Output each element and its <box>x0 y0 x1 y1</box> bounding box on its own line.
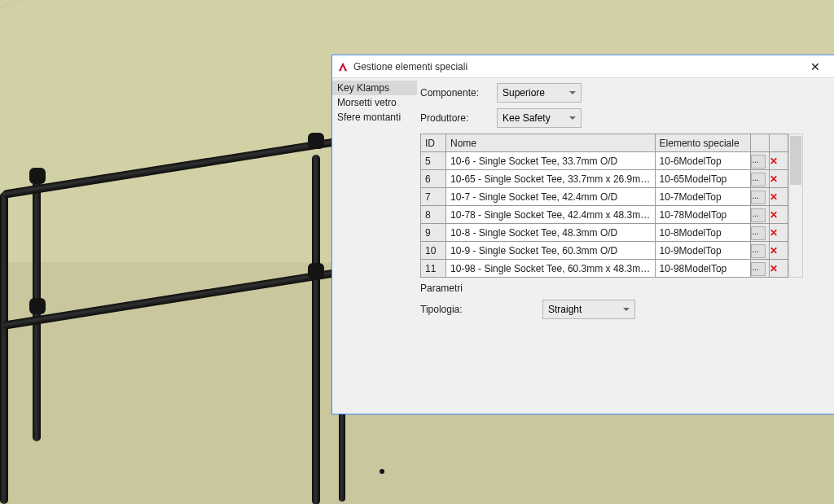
edit-button[interactable]: ... <box>751 244 766 258</box>
dialog-body: Componente: Superiore Produttore: Kee Sa… <box>420 77 830 409</box>
delete-button[interactable]: ✕ <box>770 227 778 239</box>
pipe-joint <box>29 168 46 184</box>
pipe-joint <box>29 298 46 314</box>
parametri-label: Parametri <box>420 283 830 294</box>
pipe-vertical <box>312 155 320 504</box>
table-row[interactable]: 8 10-78 - Single Socket Tee, 42.4mm x 48… <box>421 206 788 224</box>
table-row[interactable]: 11 10-98 - Single Socket Tee, 60.3mm x 4… <box>421 260 788 278</box>
sidebar-item-key-klamps[interactable]: Key Klamps <box>332 81 417 95</box>
table-scrollbar[interactable] <box>788 134 803 278</box>
table-row[interactable]: 5 10-6 - Single Socket Tee, 33.7mm O/D 1… <box>421 152 788 170</box>
pipe-joint <box>308 263 324 279</box>
elements-table: ID Nome Elemento speciale 5 10-6 - Singl… <box>420 134 788 278</box>
dialog-gestione-elementi: Gestione elementi speciali ✕ Key Klamps … <box>331 55 834 414</box>
col-elem[interactable]: Elemento speciale <box>655 134 751 152</box>
produttore-label: Produttore: <box>420 112 497 124</box>
edit-button[interactable]: ... <box>751 155 766 169</box>
produttore-value: Kee Safety <box>503 112 551 124</box>
pipe-vertical <box>0 192 8 504</box>
sidebar-item-sfere-montanti[interactable]: Sfere montanti <box>332 110 417 125</box>
col-id[interactable]: ID <box>421 134 446 152</box>
delete-button[interactable]: ✕ <box>770 245 778 256</box>
componente-label: Componente: <box>420 87 497 99</box>
edit-button[interactable]: ... <box>751 191 766 204</box>
col-delete <box>770 134 788 152</box>
edit-button[interactable]: ... <box>751 208 766 222</box>
close-icon[interactable]: ✕ <box>799 56 832 77</box>
delete-button[interactable]: ✕ <box>770 191 778 203</box>
table-row[interactable]: 6 10-65 - Single Socket Tee, 33.7mm x 26… <box>421 170 788 188</box>
edit-button[interactable]: ... <box>751 173 766 186</box>
table-row[interactable]: 9 10-8 - Single Socket Tee, 48.3mm O/D 1… <box>421 224 788 242</box>
endpoint-marker <box>380 469 384 474</box>
table-row[interactable]: 10 10-9 - Single Socket Tee, 60.3mm O/D … <box>421 242 788 260</box>
tipologia-label: Tipologia: <box>420 304 542 315</box>
delete-button[interactable]: ✕ <box>770 209 778 221</box>
delete-button[interactable]: ✕ <box>770 263 778 274</box>
pipe-mid-rail <box>2 268 340 330</box>
edit-button[interactable]: ... <box>751 262 766 276</box>
componente-dropdown[interactable]: Superiore <box>497 83 582 103</box>
svg-marker-0 <box>339 62 348 71</box>
edit-button[interactable]: ... <box>751 226 766 240</box>
pipe-joint <box>308 133 324 149</box>
dialog-title: Gestione elementi speciali <box>353 61 467 72</box>
col-nome[interactable]: Nome <box>446 134 656 152</box>
elements-table-wrap: ID Nome Elemento speciale 5 10-6 - Singl… <box>420 134 830 278</box>
scrollbar-thumb[interactable] <box>790 136 801 185</box>
delete-button[interactable]: ✕ <box>770 173 778 185</box>
sidebar-item-morsetti-vetro[interactable]: Morsetti vetro <box>332 95 417 110</box>
delete-button[interactable]: ✕ <box>770 156 778 167</box>
tipologia-value: Straight <box>548 304 582 315</box>
table-row[interactable]: 7 10-7 - Single Socket Tee, 42.4mm O/D 1… <box>421 188 788 206</box>
category-list: Key Klamps Morsetti vetro Sfere montanti <box>332 77 417 125</box>
tipologia-dropdown[interactable]: Straight <box>542 300 635 319</box>
componente-value: Superiore <box>503 87 545 99</box>
produttore-dropdown[interactable]: Kee Safety <box>497 108 582 128</box>
col-edit <box>751 134 770 152</box>
pipe-top-rail <box>2 137 340 199</box>
dialog-titlebar[interactable]: Gestione elementi speciali ✕ <box>331 55 834 78</box>
autocad-icon <box>337 61 349 72</box>
